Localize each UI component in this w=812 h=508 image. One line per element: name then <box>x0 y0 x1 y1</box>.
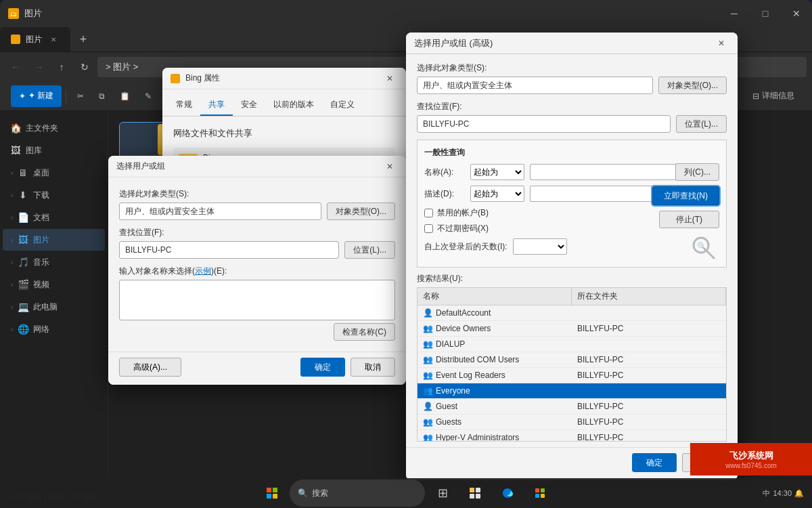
right-buttons: 列(C)... <box>675 163 719 181</box>
new-tab-button[interactable]: + <box>73 29 93 49</box>
select-user-titlebar: 选择用户或组 ✕ <box>108 156 406 177</box>
maximize-button[interactable]: □ <box>750 0 781 27</box>
adv-location-btn[interactable]: 位置(L)... <box>676 115 727 133</box>
result-name-4: 👥Event Log Readers <box>418 368 572 383</box>
explorer-taskbar-btn[interactable] <box>460 480 490 507</box>
language-indicator[interactable]: 中 <box>763 488 770 499</box>
tab-security[interactable]: 安全 <box>233 95 265 116</box>
check-name-button[interactable]: 检查名称(C) <box>334 323 395 341</box>
result-row-0[interactable]: 👤DefaultAccount <box>418 305 726 321</box>
location-row: BILLYFU-PC 位置(L)... <box>119 241 395 259</box>
results-section: 搜索结果(U): 名称 所在文件夹 👤DefaultAccount 👥Devic… <box>417 273 727 442</box>
network-icon: 🌐 <box>18 324 28 334</box>
tab-folder-icon <box>11 35 20 44</box>
taskview-button[interactable]: ⊞ <box>428 480 457 507</box>
explorer-title: 图片 <box>24 7 804 20</box>
search-now-button[interactable]: 立即查找(N) <box>652 186 719 205</box>
sidebar-item-pictures[interactable]: › 🖼 图片 <box>3 229 105 251</box>
advanced-title: 选择用户或组 (高级) <box>414 37 713 49</box>
name-select[interactable]: 起始为 <box>470 164 524 180</box>
advanced-button[interactable]: 高级(A)... <box>119 358 181 377</box>
paste-button[interactable]: 📋 <box>113 85 137 107</box>
details-button[interactable]: ⊟ 详细信息 <box>746 85 801 107</box>
check-row: 检查名称(C) <box>119 323 395 341</box>
expand-icon5: › <box>11 259 13 266</box>
tab-custom[interactable]: 自定义 <box>322 95 363 116</box>
svg-rect-3 <box>267 488 271 492</box>
object-type-button[interactable]: 对象类型(O)... <box>327 203 395 220</box>
tab-close-button[interactable]: ✕ <box>47 33 60 45</box>
result-row-7[interactable]: 👥Guests BILLYFU-PC <box>418 415 726 430</box>
days-label: 自上次登录后的天数(I): <box>424 241 508 253</box>
store-taskbar-btn[interactable] <box>525 480 555 507</box>
sidebar-item-documents[interactable]: › 📄 文档 <box>3 207 105 228</box>
advanced-close[interactable]: ✕ <box>713 35 729 51</box>
address-path: > 图片 > <box>106 61 138 73</box>
sidebar-item-videos[interactable]: › 🎬 视频 <box>3 274 105 295</box>
location-button[interactable]: 位置(L)... <box>344 241 395 259</box>
result-row-5[interactable]: 👥Everyone <box>418 383 726 399</box>
new-button[interactable]: ✦ ✦ 新建 <box>11 85 62 107</box>
advanced-ok[interactable]: 确定 <box>632 453 677 472</box>
notification-icon[interactable]: 🔔 <box>794 489 804 498</box>
svg-rect-8 <box>476 488 480 492</box>
adv-location-row: BILLYFU-PC 位置(L)... <box>417 115 727 133</box>
days-select[interactable] <box>513 238 567 255</box>
music-icon: 🎵 <box>18 257 28 267</box>
up-button[interactable]: ↑ <box>51 57 72 77</box>
no-expire-checkbox[interactable] <box>424 224 433 233</box>
copy-button[interactable]: ⧉ <box>92 85 112 107</box>
adv-object-input: 用户、组或内置安全主体 <box>417 77 653 94</box>
user-icon-6: 👤 <box>423 402 433 411</box>
sidebar-item-network[interactable]: › 🌐 网络 <box>3 318 105 340</box>
result-row-4[interactable]: 👥Event Log Readers BILLYFU-PC <box>418 368 726 383</box>
example-link[interactable]: 示例 <box>195 266 211 276</box>
sidebar-item-gallery[interactable]: 🖼 图库 <box>3 140 105 161</box>
select-user-ok[interactable]: 确定 <box>300 358 345 377</box>
svg-rect-14 <box>541 494 545 498</box>
back-button[interactable]: ← <box>5 57 26 77</box>
minimize-button[interactable]: ─ <box>719 0 750 27</box>
location-input: BILLYFU-PC <box>119 241 339 259</box>
sidebar-item-computer[interactable]: › 💻 此电脑 <box>3 296 105 318</box>
tab-pictures[interactable]: 图片 ✕ <box>0 27 70 51</box>
search-button[interactable]: 🔍 搜索 <box>290 480 425 507</box>
result-folder-8: BILLYFU-PC <box>572 430 726 441</box>
advanced-titlebar: 选择用户或组 (高级) ✕ <box>406 33 738 54</box>
start-button[interactable] <box>257 480 287 507</box>
desktop-icon: 🖥 <box>18 168 28 177</box>
stop-button[interactable]: 停止(T) <box>659 211 719 228</box>
disabled-checkbox[interactable] <box>424 209 433 217</box>
adv-object-btn[interactable]: 对象类型(O)... <box>658 77 727 94</box>
edge-taskbar-btn[interactable] <box>493 480 522 507</box>
result-row-3[interactable]: 👥Distributed COM Users BILLYFU-PC <box>418 352 726 368</box>
sidebar-item-home[interactable]: 🏠 主文件夹 <box>3 117 105 139</box>
result-row-6[interactable]: 👤Guest BILLYFU-PC <box>418 399 726 415</box>
select-user-cancel[interactable]: 取消 <box>351 358 395 377</box>
sidebar-item-music[interactable]: › 🎵 音乐 <box>3 251 105 273</box>
object-name-input[interactable] <box>119 280 395 320</box>
desc-select[interactable]: 起始为 <box>470 186 524 202</box>
no-expire-label: 不过期密码(X) <box>437 223 489 234</box>
result-row-1[interactable]: 👥Device Owners BILLYFU-PC <box>418 321 726 337</box>
forward-button[interactable]: → <box>28 57 49 77</box>
sidebar-item-desktop[interactable]: › 🖥 桌面 <box>3 162 105 184</box>
expand-icon6: › <box>11 281 13 289</box>
select-user-close[interactable]: ✕ <box>382 158 398 175</box>
result-row-2[interactable]: 👥DIALUP <box>418 337 726 352</box>
result-folder-0 <box>572 305 726 320</box>
result-row-8[interactable]: 👥Hyper-V Administrators BILLYFU-PC <box>418 430 726 441</box>
rename-button[interactable]: ✎ <box>138 85 158 107</box>
tab-previous[interactable]: 以前的版本 <box>265 95 322 116</box>
cut-button[interactable]: ✂ <box>70 85 91 107</box>
tab-sharing[interactable]: 共享 <box>200 95 233 116</box>
gallery-icon: 🖼 <box>11 146 20 155</box>
close-button[interactable]: ✕ <box>781 0 812 27</box>
refresh-button[interactable]: ↻ <box>74 57 95 77</box>
bing-props-close[interactable]: ✕ <box>382 70 398 87</box>
result-folder-7: BILLYFU-PC <box>572 415 726 429</box>
sidebar-item-downloads[interactable]: › ⬇ 下载 <box>3 184 105 206</box>
search-button-wrapper: 立即查找(N) <box>652 186 719 205</box>
tab-general[interactable]: 常规 <box>168 95 200 116</box>
list-columns-button[interactable]: 列(C)... <box>675 163 719 181</box>
